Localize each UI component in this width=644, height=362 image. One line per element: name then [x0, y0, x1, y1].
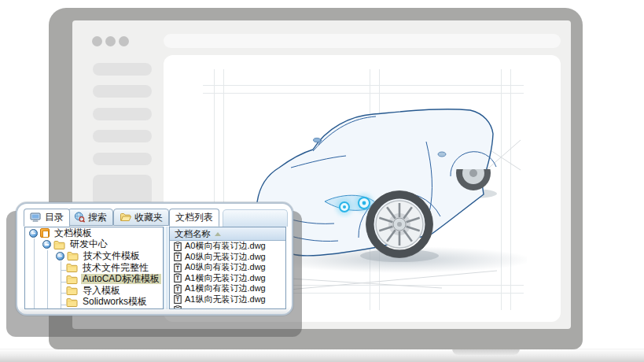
svg-text:T: T — [176, 254, 180, 260]
sidebar-block-placeholder — [93, 175, 152, 206]
panel-splitter — [164, 227, 169, 309]
document-list: 文档名称 T A0横向有装订边.dwg T A0纵向无装订边.dwg T A0纵… — [169, 227, 286, 309]
tree-item[interactable]: 技术文件模板 — [25, 250, 163, 262]
sidebar-item-placeholder — [93, 130, 152, 142]
minus-expander-icon[interactable] — [29, 229, 38, 238]
tree-item-label: 技术文件完整性 — [81, 263, 150, 273]
dwg-file-icon: T — [174, 252, 182, 261]
window-dot — [119, 36, 129, 46]
folder-icon — [66, 297, 78, 307]
window-dot — [105, 36, 116, 46]
folder-icon — [66, 263, 78, 272]
tree-guide-line — [61, 305, 66, 305]
sort-asc-icon — [215, 232, 221, 236]
svg-text:T: T — [176, 297, 180, 302]
search-globe-icon — [74, 212, 85, 223]
list-item[interactable]: T A1横向有装订边.dwg — [170, 283, 285, 294]
minus-expander-icon[interactable] — [56, 252, 64, 260]
laptop-hinge-notch — [452, 349, 520, 355]
tab-strip-filler — [223, 209, 288, 227]
tree-item-root[interactable]: 文档模板 — [25, 227, 163, 239]
directory-tree: 文档模板 研发中心 技术文件模板 技术文件完整性 AutoCAD标准模板 导入模… — [24, 227, 164, 309]
tab-favorites[interactable]: 收藏夹 — [113, 209, 169, 226]
folder-icon — [66, 275, 78, 284]
panel-bottom-curl — [19, 307, 290, 314]
tree-guide-line — [61, 261, 61, 309]
svg-text:T: T — [176, 275, 180, 281]
dwg-file-icon: T — [174, 242, 182, 251]
window-dot — [92, 36, 102, 46]
minus-expander-icon[interactable] — [42, 240, 51, 249]
tree-item[interactable]: 导入模板 — [25, 285, 163, 297]
favorites-folder-icon — [120, 212, 131, 222]
tab-document-list[interactable]: 文档列表 — [169, 209, 219, 227]
tree-guide-line — [61, 293, 66, 294]
tab-search[interactable]: 搜索 — [68, 209, 113, 226]
tree-item[interactable]: Solidworks模板 — [25, 297, 163, 308]
tree-guide-line — [61, 282, 66, 283]
list-item[interactable]: T A1横向无装订边.dwg — [170, 273, 285, 284]
list-header-document-name[interactable]: 文档名称 — [170, 227, 285, 241]
tab-label: 收藏夹 — [134, 211, 163, 224]
template-root-icon — [40, 228, 50, 238]
tree-item-label: 技术文件模板 — [82, 251, 142, 261]
folder-icon — [53, 240, 65, 249]
dwg-file-icon: T — [174, 294, 182, 304]
sidebar-item-placeholder — [93, 85, 152, 98]
sidebar-item-placeholder — [93, 153, 152, 165]
tree-item-label: 导入模板 — [81, 286, 122, 296]
tree-guide-line — [47, 250, 48, 309]
tab-directory[interactable]: 目录 — [24, 209, 70, 227]
tree-item-label: Solidworks模板 — [81, 297, 149, 307]
folder-icon — [66, 286, 78, 295]
list-item[interactable]: T A0横向有装订边.dwg — [170, 241, 285, 252]
dwg-file-icon: T — [174, 273, 182, 283]
tree-item-label: 研发中心 — [68, 239, 109, 249]
file-name: A1纵向无装订边.dwg — [185, 294, 266, 305]
sidebar-item-placeholder — [93, 63, 152, 76]
folder-icon — [67, 251, 79, 260]
tree-item-selected[interactable]: AutoCAD标准模板 — [25, 273, 163, 285]
computer-icon — [30, 212, 42, 223]
tree-item-label: AutoCAD标准模板 — [81, 274, 161, 284]
tab-label: 搜索 — [88, 211, 107, 224]
dwg-file-icon: T — [174, 263, 182, 272]
tree-item-label: 文档模板 — [53, 228, 94, 238]
svg-text:T: T — [176, 265, 180, 271]
tree-guide-line — [61, 270, 66, 271]
list-item[interactable]: T A0纵向无装订边.dwg — [170, 252, 285, 263]
sidebar-item-placeholder — [93, 108, 152, 120]
dwg-file-icon: T — [174, 284, 182, 294]
tab-label: 目录 — [45, 211, 64, 224]
list-item[interactable]: T A1纵向无装订边.dwg — [170, 294, 285, 305]
svg-text:T: T — [176, 244, 180, 249]
laptop-base — [0, 349, 644, 362]
tree-item[interactable]: 研发中心 — [25, 239, 163, 251]
svg-text:T: T — [176, 286, 180, 292]
address-bar-placeholder — [164, 34, 561, 48]
document-explorer-popup: 目录 搜索 收藏夹 文档列表 文档模板 研发中心 — [16, 202, 293, 316]
sheet-trim-line — [203, 85, 524, 86]
list-item[interactable]: T A0纵向有装订边.dwg — [170, 262, 285, 273]
list-header-label: 文档名称 — [175, 228, 211, 240]
tree-item[interactable]: 技术文件完整性 — [25, 262, 163, 274]
tree-guide-line — [34, 238, 35, 309]
tab-label: 文档列表 — [175, 211, 213, 224]
